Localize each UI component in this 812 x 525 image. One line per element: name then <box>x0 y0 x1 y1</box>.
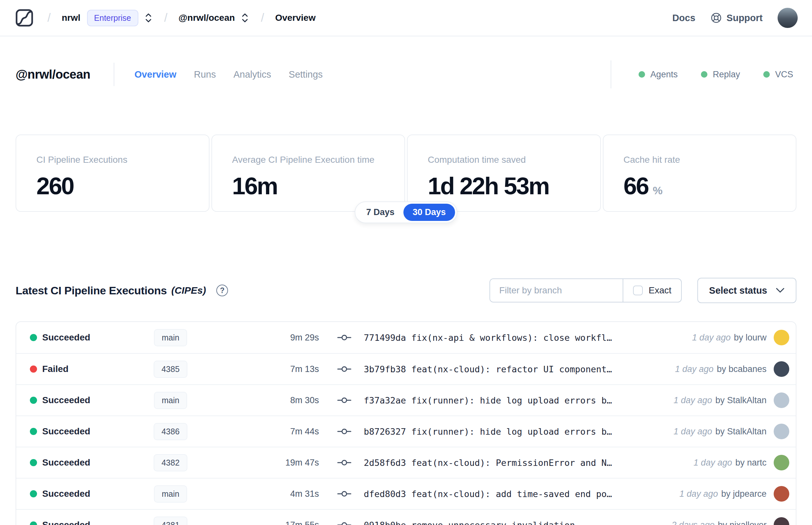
duration-label: 9m 29s <box>201 333 325 343</box>
duration-label: 7m 13s <box>201 364 325 374</box>
docs-link[interactable]: Docs <box>672 13 695 24</box>
commit-message[interactable]: dfed80d3 feat(nx-cloud): add time-saved … <box>364 489 679 499</box>
duration-label: 4m 31s <box>201 489 325 499</box>
cipe-row[interactable]: Succeeded 4382 19m 47s 2d58f6d3 feat(nx-… <box>16 447 796 478</box>
tab-runs[interactable]: Runs <box>194 69 216 80</box>
exact-match-toggle[interactable]: Exact <box>623 279 681 302</box>
green-status-dot <box>763 71 770 78</box>
workspace-title: @nrwl/ocean <box>16 68 90 81</box>
branch-badge: main <box>154 329 187 346</box>
service-status-legend: AgentsReplayVCS <box>639 70 796 79</box>
stat-suffix: % <box>653 184 663 197</box>
branch-badge: 4382 <box>154 454 187 471</box>
stat-label: Cache hit rate <box>624 155 776 165</box>
green-status-dot <box>639 71 645 78</box>
git-commit-icon <box>325 427 364 436</box>
avatar[interactable] <box>774 517 789 525</box>
stat-label: Computation time saved <box>428 155 580 165</box>
status-select-button[interactable]: Select status <box>698 278 796 303</box>
breadcrumb: / nrwl Enterprise / @nrwl/ocean / Overvi… <box>14 8 316 28</box>
exact-label: Exact <box>649 285 671 296</box>
time-ago-label: 2 days ago <box>672 520 715 525</box>
branch-filter-input[interactable] <box>490 279 623 302</box>
exact-checkbox[interactable] <box>633 286 643 295</box>
enterprise-badge: Enterprise <box>87 10 138 26</box>
commit-message[interactable]: 3b79fb38 feat(nx-cloud): refactor UI com… <box>364 364 675 374</box>
help-icon[interactable]: ? <box>216 285 228 296</box>
breadcrumb-separator: / <box>261 11 264 25</box>
stat-label: CI Pipeline Executions <box>36 155 189 165</box>
cipe-row[interactable]: Failed 4385 7m 13s 3b79fb38 feat(nx-clou… <box>16 353 796 384</box>
status-dot <box>30 334 37 341</box>
status-label: Failed <box>42 364 140 374</box>
status-dot <box>30 522 37 525</box>
tab-settings[interactable]: Settings <box>289 69 323 80</box>
support-label: Support <box>726 13 763 24</box>
org-switcher-chevrons-icon[interactable] <box>143 12 153 24</box>
avatar[interactable] <box>774 392 789 408</box>
range-option-30-days[interactable]: 30 Days <box>403 204 455 221</box>
breadcrumb-org[interactable]: nrwl <box>62 13 80 23</box>
author-label: by StalkAltan <box>715 426 767 436</box>
avatar[interactable] <box>774 330 789 345</box>
time-ago-label: 1 day ago <box>674 426 712 436</box>
branch-badge: 4386 <box>154 423 187 440</box>
cipe-row[interactable]: Succeeded main 9m 29s 771499da fix(nx-ap… <box>16 322 796 353</box>
time-ago-label: 1 day ago <box>692 333 731 342</box>
cipe-row[interactable]: Succeeded main 4m 31s dfed80d3 feat(nx-c… <box>16 478 796 509</box>
stat-value: 260 <box>36 172 189 200</box>
breadcrumb-workspace[interactable]: @nrwl/ocean <box>179 13 235 23</box>
stat-value: 1d 22h 53m <box>428 172 580 200</box>
service-status-replay[interactable]: Replay <box>701 70 740 79</box>
avatar[interactable] <box>774 361 789 377</box>
cipe-section-header: Latest CI Pipeline Executions (CIPEs) ? … <box>16 278 796 303</box>
nx-cloud-logo-icon[interactable] <box>14 8 34 28</box>
status-label: Succeeded <box>42 426 140 437</box>
avatar[interactable] <box>774 486 789 501</box>
avatar[interactable] <box>774 424 789 439</box>
stat-label: Average CI Pipeline Execution time <box>232 155 385 165</box>
branch-badge: main <box>154 392 187 409</box>
time-ago-label: 1 day ago <box>693 458 732 467</box>
stat-card: Computation time saved1d 22h 53m <box>407 135 601 212</box>
service-status-agents[interactable]: Agents <box>639 70 677 79</box>
author-label: by lourw <box>734 333 767 342</box>
status-label: Succeeded <box>42 489 140 499</box>
status-label: Succeeded <box>42 520 140 525</box>
author-label: by nartc <box>735 458 767 467</box>
commit-message[interactable]: f37a32ae fix(runner): hide log upload er… <box>364 395 674 405</box>
commit-message[interactable]: 2d58f6d3 feat(nx-cloud): PermissionError… <box>364 458 693 468</box>
duration-label: 7m 44s <box>201 426 325 437</box>
cipe-title-note: (CIPEs) <box>171 285 206 296</box>
cipe-row[interactable]: Succeeded 4386 7m 44s b8726327 fix(runne… <box>16 416 796 447</box>
tab-overview[interactable]: Overview <box>135 69 177 80</box>
stat-value: 66% <box>624 172 776 200</box>
status-dot <box>30 459 37 466</box>
author-label: by bcabanes <box>717 364 767 374</box>
author-label: by nixallover <box>718 520 767 525</box>
commit-message[interactable]: b8726327 fix(runner): hide log upload er… <box>364 426 674 437</box>
divider <box>611 60 611 88</box>
commit-message[interactable]: 0918b0be remove unnecessary invalidation <box>364 520 672 525</box>
stat-card: Average CI Pipeline Execution time16m <box>212 135 405 212</box>
range-option-7-days[interactable]: 7 Days <box>357 204 403 221</box>
user-avatar[interactable] <box>778 8 798 28</box>
stats-cards: CI Pipeline Executions260Average CI Pipe… <box>16 135 796 212</box>
tab-analytics[interactable]: Analytics <box>233 69 271 80</box>
branch-badge: main <box>154 485 187 502</box>
author-label: by StalkAltan <box>715 395 767 405</box>
time-ago-label: 1 day ago <box>675 364 714 374</box>
time-ago-label: 1 day ago <box>679 489 718 499</box>
status-select-label: Select status <box>709 285 767 296</box>
status-label: Succeeded <box>42 457 140 468</box>
workspace-switcher-chevrons-icon[interactable] <box>240 12 250 24</box>
branch-badge: 4385 <box>154 361 187 378</box>
commit-message[interactable]: 771499da fix(nx-api & workflows): close … <box>364 333 692 343</box>
cipe-row[interactable]: Succeeded 4381 17m 55s 0918b0be remove u… <box>16 509 796 525</box>
support-link[interactable]: Support <box>710 12 763 24</box>
divider <box>114 63 114 86</box>
service-status-vcs[interactable]: VCS <box>763 70 793 79</box>
avatar[interactable] <box>774 455 789 470</box>
cipe-row[interactable]: Succeeded main 8m 30s f37a32ae fix(runne… <box>16 384 796 416</box>
git-commit-icon <box>325 396 364 404</box>
